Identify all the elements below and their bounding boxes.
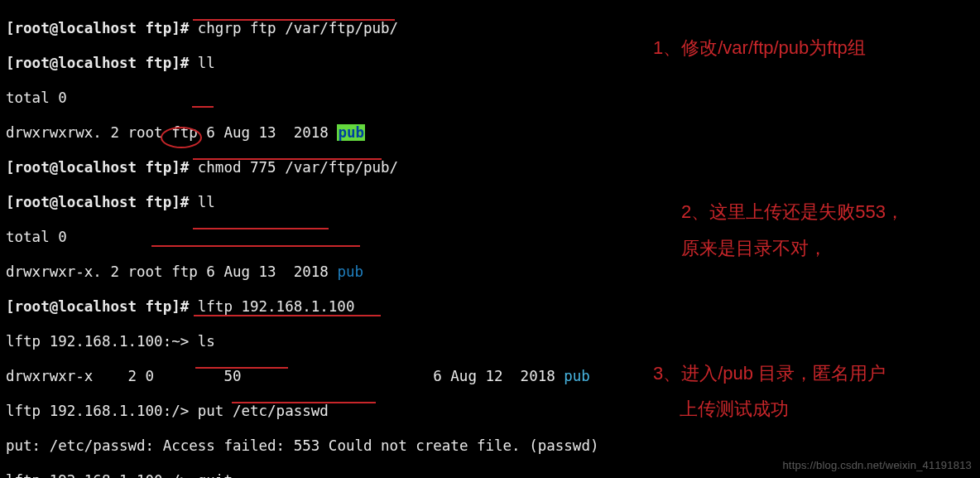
annotation-underline xyxy=(151,245,360,247)
annotation-underline xyxy=(193,19,395,21)
pub-highlight: pub xyxy=(337,124,365,141)
term-line: drwxrwxrwx. 2 root ftp 6 Aug 13 2018 pub xyxy=(6,124,974,142)
pub-dir: pub xyxy=(337,263,363,280)
annotation-text-2a: 2、这里上传还是失败553， xyxy=(681,198,904,226)
annotation-underline xyxy=(195,367,288,369)
term-line: lftp 192.168.1.100:/> put /etc/passwd xyxy=(6,403,974,420)
term-line: [root@localhost ftp]# lftp 192.168.1.100 xyxy=(6,298,974,316)
annotation-text-3a: 3、进入/pub 目录，匿名用户 xyxy=(653,360,886,388)
term-line: total 0 xyxy=(6,89,974,107)
watermark: https://blog.csdn.net/weixin_41191813 xyxy=(782,459,972,471)
annotation-underline xyxy=(192,106,214,108)
annotation-text-1: 1、修改/var/ftp/pub为ftp组 xyxy=(653,34,866,62)
annotation-underline xyxy=(193,158,382,160)
annotation-underline xyxy=(194,315,381,316)
annotation-text-2b: 原来是目录不对， xyxy=(681,234,827,263)
term-line: lftp 192.168.1.100:/> quit xyxy=(6,472,974,478)
term-line: drwxrwxr-x. 2 root ftp 6 Aug 13 2018 pub xyxy=(6,263,974,281)
term-line: lftp 192.168.1.100:~> ls xyxy=(6,333,974,350)
term-line: put: /etc/passwd: Access failed: 553 Cou… xyxy=(6,437,974,455)
annotation-text-3b: 上传测试成功 xyxy=(680,395,789,423)
annotation-underline xyxy=(232,402,376,403)
annotation-underline xyxy=(193,228,329,229)
annotation-circle xyxy=(161,127,202,148)
terminal-output[interactable]: [root@localhost ftp]# chgrp ftp /var/ftp… xyxy=(6,2,974,478)
term-line: [root@localhost ftp]# chmod 775 /var/ftp… xyxy=(6,159,974,176)
term-line: total 0 xyxy=(6,229,974,246)
pub-dir: pub xyxy=(564,368,590,384)
